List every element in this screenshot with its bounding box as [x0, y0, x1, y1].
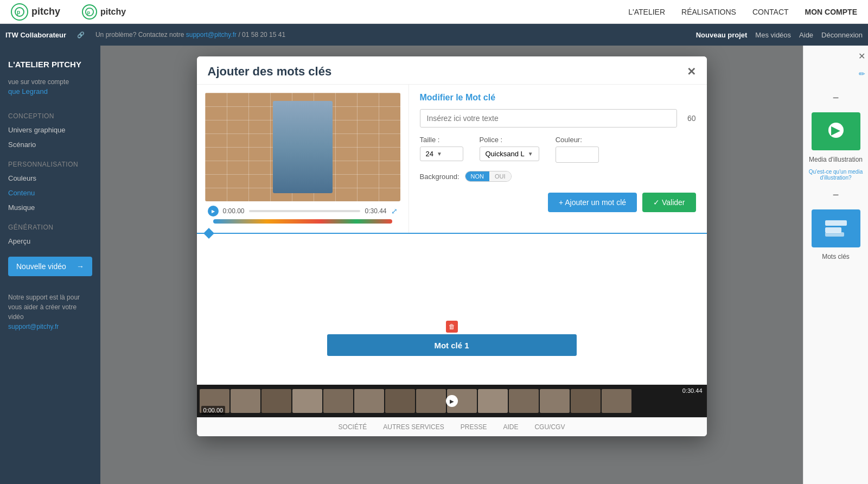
font-select[interactable]: Quicksand L ▼: [480, 147, 539, 161]
help-link[interactable]: Aide: [799, 31, 813, 39]
right-panel-close-button[interactable]: ✕: [858, 51, 865, 61]
sidebar-item-graphique[interactable]: Univers graphique: [0, 123, 100, 137]
modal-title: Ajouter des mots clés: [208, 65, 332, 79]
filmstrip-frame: [323, 389, 353, 413]
svg-text:p: p: [87, 9, 91, 15]
filmstrip-frame: [385, 389, 415, 413]
video-expand-button[interactable]: ⤢: [391, 207, 398, 215]
sidebar-item-couleurs[interactable]: Couleurs: [0, 171, 100, 186]
media-illustration-label: Media d'illustration: [809, 156, 863, 163]
timeline-scrollable[interactable]: 🗑 Mot clé 1 0:15.20: [205, 239, 699, 359]
filmstrip-frame: [354, 389, 384, 413]
support-email[interactable]: support@pitchy.fr: [186, 31, 237, 39]
validate-button[interactable]: ✓ Valider: [642, 193, 695, 212]
media-illustration-link[interactable]: Qu'est-ce qu'un media d'illustration?: [806, 169, 865, 181]
nav-realisations[interactable]: RÉALISATIONS: [681, 8, 736, 16]
modal-header: Ajouter des mots clés ✕: [197, 56, 707, 85]
nav-contact[interactable]: CONTACT: [752, 8, 789, 16]
project-title: ITW Collaborateur: [5, 31, 66, 39]
logo-text: pitchy: [31, 6, 60, 17]
handle-top-left[interactable]: [325, 332, 330, 337]
video-preview: [205, 93, 400, 201]
add-keyword-button[interactable]: + Ajouter un mot clé: [548, 193, 637, 212]
mots-cles-thumb[interactable]: [812, 209, 860, 247]
editor-section-title: Modifier le Mot clé: [420, 93, 696, 103]
sidebar-section-generation: Génération: [0, 219, 100, 234]
center-logo-icon: p: [82, 4, 97, 20]
nav-atelier[interactable]: L'ATELIER: [628, 8, 665, 16]
right-panel-edit-button[interactable]: ✏: [859, 69, 865, 78]
footer-autres[interactable]: AUTRES SERVICES: [383, 423, 444, 431]
footer-cgu[interactable]: CGU/CGV: [534, 423, 565, 431]
video-progress-bar[interactable]: [249, 210, 361, 212]
color-label: Couleur:: [556, 136, 599, 144]
my-videos-link[interactable]: Mes vidéos: [755, 31, 791, 39]
modal-dialog: Ajouter des mots clés ✕: [197, 56, 707, 436]
color-option: Couleur:: [556, 136, 599, 163]
svg-rect-6: [825, 232, 844, 237]
sidebar-brand: L'ATELIER PITCHY: [0, 54, 100, 78]
top-nav-right: L'ATELIER RÉALISATIONS CONTACT MON COMPT…: [628, 8, 857, 16]
center-logo: p pitchy: [82, 4, 126, 20]
editor-bg-row: Background: NON OUI: [420, 171, 696, 182]
sidebar-item-apercu[interactable]: Aperçu: [0, 234, 100, 249]
size-arrow-icon: ▼: [437, 151, 442, 157]
keyword-text-input[interactable]: [420, 109, 677, 128]
main-layout: L'ATELIER PITCHY vue sur votre compte qu…: [0, 46, 868, 484]
handle-bottom-left[interactable]: [325, 353, 330, 358]
modal-timeline-area: 🗑 Mot clé 1 0:15.20: [197, 233, 707, 385]
size-value: 24: [426, 150, 433, 158]
media-play-icon: ▶: [828, 123, 844, 138]
keyword-block[interactable]: Mot clé 1: [327, 334, 577, 356]
font-label: Police :: [480, 136, 539, 144]
right-panel-minus-button[interactable]: −: [833, 92, 839, 104]
toggle-non[interactable]: NON: [465, 171, 489, 181]
svg-text:p: p: [17, 9, 20, 15]
right-panel-minus2-button[interactable]: −: [833, 189, 839, 201]
svg-rect-5: [825, 227, 841, 233]
new-video-label: Nouvelle vidéo: [16, 262, 66, 271]
size-label: Taille :: [420, 136, 463, 144]
sidebar-item-musique[interactable]: Musique: [0, 200, 100, 215]
color-picker[interactable]: [556, 147, 599, 163]
logo-icon: p: [11, 3, 28, 21]
logout-link[interactable]: Déconnexion: [821, 31, 863, 39]
modal-footer-links: SOCIÉTÉ AUTRES SERVICES PRESSE AIDE CGU/…: [197, 417, 707, 436]
sidebar-item-scenario[interactable]: Scénario: [0, 137, 100, 152]
font-option: Police : Quicksand L ▼: [480, 136, 539, 161]
footer-aide[interactable]: AIDE: [503, 423, 518, 431]
new-project-link[interactable]: Nouveau projet: [696, 31, 748, 39]
filmstrip-frame: [416, 389, 446, 413]
handle-bottom-right[interactable]: [573, 353, 579, 358]
sidebar-item-contenu[interactable]: Contenu: [0, 186, 100, 200]
keyword-delete-button[interactable]: 🗑: [446, 321, 458, 333]
filmstrip-play-button[interactable]: ▶: [446, 395, 458, 407]
sidebar: L'ATELIER PITCHY vue sur votre compte qu…: [0, 46, 100, 484]
size-select[interactable]: 24 ▼: [420, 147, 463, 161]
sidebar-user-label: vue sur votre compte: [0, 78, 100, 87]
sub-nav-icon: 🔗: [77, 31, 85, 39]
filmstrip-frame: [478, 389, 508, 413]
handle-top-right[interactable]: [573, 332, 579, 337]
sidebar-support-email[interactable]: support@pitchy.fr: [8, 323, 59, 330]
keyword-time-display: 0:15.20: [441, 358, 462, 359]
timeline-color-bar: [213, 219, 392, 224]
sidebar-section-personnalisation: Personnalisation: [0, 156, 100, 171]
media-illustration-thumb[interactable]: ▶: [812, 112, 860, 150]
person-silhouette: [273, 101, 333, 193]
background-toggle[interactable]: NON OUI: [465, 171, 512, 182]
modal-close-button[interactable]: ✕: [687, 65, 696, 78]
filmstrip-time-start: 0:00.00: [201, 406, 226, 415]
video-play-button[interactable]: ▶: [208, 206, 219, 216]
mots-cles-icon: [822, 218, 850, 239]
nav-mon-compte[interactable]: MON COMPTE: [805, 8, 857, 16]
footer-presse[interactable]: PRESSE: [461, 423, 487, 431]
footer-societe[interactable]: SOCIÉTÉ: [339, 423, 367, 431]
new-video-button[interactable]: Nouvelle vidéo →: [8, 257, 92, 276]
size-option: Taille : 24 ▼: [420, 136, 463, 161]
mots-cles-label: Mots clés: [822, 253, 850, 260]
filmstrip-frame: [292, 389, 322, 413]
logo[interactable]: p pitchy: [11, 3, 60, 21]
toggle-oui[interactable]: OUI: [489, 171, 511, 181]
filmstrip-area: 0:00.00 0:30.44 ▶: [197, 385, 707, 417]
